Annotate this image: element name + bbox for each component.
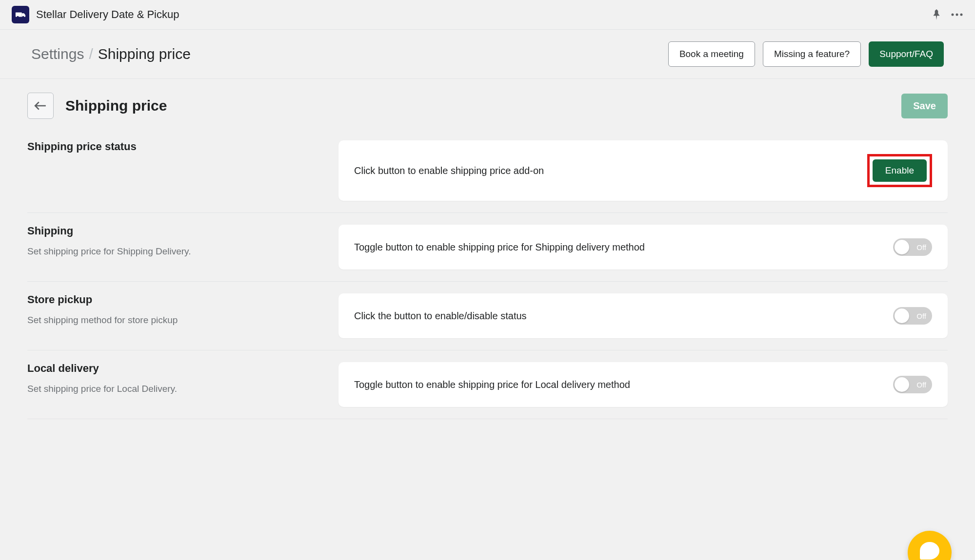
top-bar-actions xyxy=(932,9,963,20)
shipping-card: Toggle button to enable shipping price f… xyxy=(338,225,948,270)
section-description: Set shipping method for store pickup xyxy=(27,315,315,326)
page-title: Shipping price xyxy=(65,97,167,114)
store-pickup-toggle[interactable]: Off xyxy=(893,307,932,325)
breadcrumb: Settings / Shipping price xyxy=(31,46,191,62)
missing-feature-button[interactable]: Missing a feature? xyxy=(763,41,861,67)
toggle-knob xyxy=(895,309,909,323)
app-logo-icon xyxy=(12,6,29,23)
svg-point-4 xyxy=(956,14,958,16)
toggle-knob xyxy=(895,240,909,254)
svg-point-2 xyxy=(22,16,24,18)
local-delivery-toggle[interactable]: Off xyxy=(893,376,932,393)
header-actions: Book a meeting Missing a feature? Suppor… xyxy=(668,41,944,67)
section-title: Local delivery xyxy=(27,362,315,375)
section-title: Shipping price status xyxy=(27,140,315,153)
section-description: Set shipping price for Shipping Delivery… xyxy=(27,246,315,257)
section-right: Toggle button to enable shipping price f… xyxy=(338,225,948,270)
toggle-label: Off xyxy=(916,312,926,320)
page-header-left: Shipping price xyxy=(27,93,167,119)
svg-point-3 xyxy=(952,14,954,16)
section-shipping: Shipping Set shipping price for Shipping… xyxy=(27,213,948,282)
section-left: Shipping Set shipping price for Shipping… xyxy=(27,225,315,270)
pin-icon[interactable] xyxy=(932,9,941,20)
card-text: Toggle button to enable shipping price f… xyxy=(354,242,645,253)
breadcrumb-separator: / xyxy=(89,46,93,62)
svg-point-5 xyxy=(960,14,963,16)
toggle-knob xyxy=(895,377,909,392)
section-description: Set shipping price for Local Delivery. xyxy=(27,384,315,394)
back-button[interactable] xyxy=(27,93,54,119)
more-options-icon[interactable] xyxy=(951,13,963,16)
toggle-label: Off xyxy=(916,243,926,251)
book-meeting-button[interactable]: Book a meeting xyxy=(668,41,755,67)
card-text: Click the button to enable/disable statu… xyxy=(354,310,527,322)
section-title: Store pickup xyxy=(27,293,315,306)
breadcrumb-parent[interactable]: Settings xyxy=(31,46,84,62)
toggle-label: Off xyxy=(916,381,926,389)
shipping-toggle[interactable]: Off xyxy=(893,238,932,256)
section-right: Click button to enable shipping price ad… xyxy=(338,140,948,201)
support-faq-button[interactable]: Support/FAQ xyxy=(869,41,944,67)
header-bar: Settings / Shipping price Book a meeting… xyxy=(0,30,975,79)
card-text: Click button to enable shipping price ad… xyxy=(354,165,544,176)
card-text: Toggle button to enable shipping price f… xyxy=(354,379,630,390)
store-pickup-card: Click the button to enable/disable statu… xyxy=(338,293,948,338)
section-left: Local delivery Set shipping price for Lo… xyxy=(27,362,315,407)
section-local-delivery: Local delivery Set shipping price for Lo… xyxy=(27,350,948,419)
section-right: Click the button to enable/disable statu… xyxy=(338,293,948,338)
local-delivery-card: Toggle button to enable shipping price f… xyxy=(338,362,948,407)
enable-highlight-box: Enable xyxy=(867,154,932,187)
section-shipping-price-status: Shipping price status Click button to en… xyxy=(27,136,948,213)
section-store-pickup: Store pickup Set shipping method for sto… xyxy=(27,282,948,350)
section-right: Toggle button to enable shipping price f… xyxy=(338,362,948,407)
content-area: Shipping price status Click button to en… xyxy=(0,127,975,429)
app-title: Stellar Delivery Date & Pickup xyxy=(36,8,179,21)
section-left: Store pickup Set shipping method for sto… xyxy=(27,293,315,338)
page-header: Shipping price Save xyxy=(0,79,975,127)
status-card: Click button to enable shipping price ad… xyxy=(338,140,948,201)
enable-button[interactable]: Enable xyxy=(873,159,927,182)
top-bar: Stellar Delivery Date & Pickup xyxy=(0,0,975,30)
svg-point-1 xyxy=(17,16,19,18)
save-button[interactable]: Save xyxy=(901,94,948,118)
app-identity: Stellar Delivery Date & Pickup xyxy=(12,6,179,23)
breadcrumb-current: Shipping price xyxy=(98,46,191,62)
svg-rect-0 xyxy=(16,12,22,17)
section-title: Shipping xyxy=(27,225,315,237)
section-left: Shipping price status xyxy=(27,140,315,201)
